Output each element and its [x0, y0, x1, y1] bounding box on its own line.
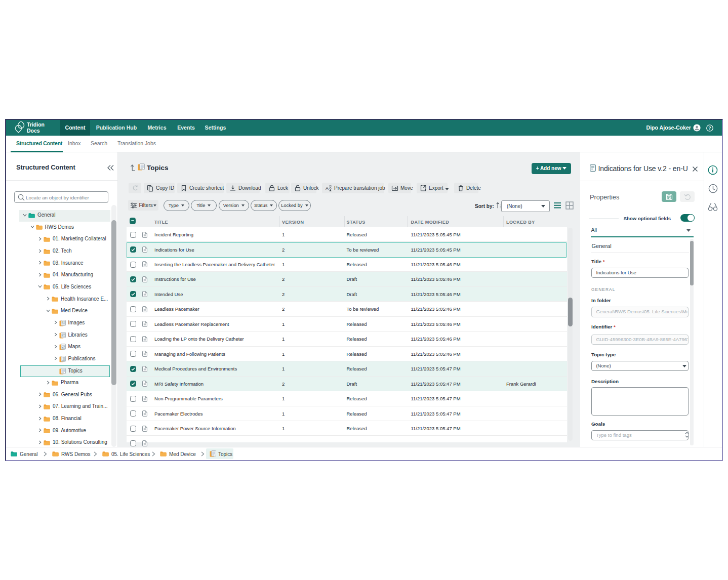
- svg-text:A: A: [326, 186, 329, 191]
- svg-text:?: ?: [708, 126, 711, 131]
